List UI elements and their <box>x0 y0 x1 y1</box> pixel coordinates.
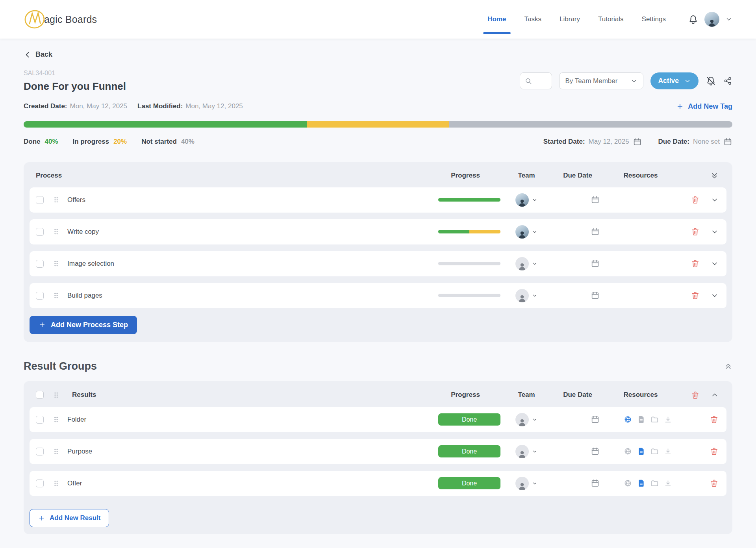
results-group-label: Results <box>63 391 428 399</box>
drag-handle-icon[interactable] <box>52 291 60 300</box>
assignee-dropdown-icon[interactable] <box>532 229 537 235</box>
assignee-dropdown-icon[interactable] <box>532 449 537 454</box>
assignee-avatar[interactable] <box>515 477 529 490</box>
globe-icon[interactable] <box>624 447 632 455</box>
due-date-calendar-icon[interactable] <box>723 137 732 146</box>
back-button[interactable]: Back <box>24 50 52 59</box>
drag-handle-icon[interactable] <box>52 479 60 487</box>
drag-handle-icon[interactable] <box>52 415 60 424</box>
collapse-section-icon[interactable] <box>724 362 732 370</box>
drag-handle-icon[interactable] <box>52 259 60 268</box>
process-row: Image selection <box>30 251 726 276</box>
delete-row-icon[interactable] <box>710 415 719 424</box>
drag-handle-icon[interactable] <box>52 196 60 204</box>
expand-row-icon[interactable] <box>711 196 719 204</box>
drag-handle-icon[interactable] <box>52 391 60 399</box>
assignee-avatar[interactable] <box>515 257 529 270</box>
add-result-button[interactable]: Add New Result <box>30 509 109 527</box>
delete-row-icon[interactable] <box>691 227 700 236</box>
due-date-calendar-icon[interactable] <box>591 447 600 456</box>
add-tag-label: Add New Tag <box>688 102 732 111</box>
row-checkbox[interactable] <box>36 196 44 204</box>
process-card: Process Progress Team Due Date Resources… <box>24 162 732 342</box>
assignee-avatar[interactable] <box>515 445 529 458</box>
team-filter-select[interactable]: By Team Member <box>559 72 643 89</box>
row-checkbox[interactable] <box>36 448 44 455</box>
due-date-calendar-icon[interactable] <box>591 415 600 424</box>
expand-row-icon[interactable] <box>711 292 719 300</box>
delete-row-icon[interactable] <box>710 447 719 456</box>
assignee-dropdown-icon[interactable] <box>532 481 537 486</box>
folder-icon[interactable] <box>650 415 659 424</box>
status-dropdown-button[interactable]: Active <box>650 72 699 89</box>
user-avatar[interactable] <box>704 12 719 27</box>
due-date-calendar-icon[interactable] <box>591 479 600 488</box>
plus-icon <box>38 515 45 522</box>
assignee-dropdown-icon[interactable] <box>532 417 537 422</box>
assignee-avatar[interactable] <box>515 225 529 239</box>
globe-icon[interactable] <box>624 415 632 424</box>
account-menu-button[interactable] <box>725 16 732 23</box>
nav-settings[interactable]: Settings <box>642 15 666 23</box>
delete-group-icon[interactable] <box>691 391 700 400</box>
assignee-avatar[interactable] <box>515 193 529 207</box>
mute-notifications-button[interactable] <box>706 76 716 86</box>
row-checkbox[interactable] <box>36 260 44 268</box>
nav-library[interactable]: Library <box>560 15 580 23</box>
row-checkbox[interactable] <box>36 416 44 424</box>
nav-tasks[interactable]: Tasks <box>524 15 541 23</box>
delete-row-icon[interactable] <box>691 259 700 268</box>
globe-icon[interactable] <box>624 479 632 487</box>
person-icon <box>517 198 527 207</box>
created-date-value: Mon, May 12, 2025 <box>70 102 128 110</box>
due-date-calendar-icon[interactable] <box>591 291 600 300</box>
nav-home[interactable]: Home <box>487 15 506 23</box>
download-icon[interactable] <box>664 415 672 424</box>
document-icon[interactable] <box>637 479 645 487</box>
row-progress-bar <box>438 262 500 265</box>
assignee-avatar[interactable] <box>515 289 529 302</box>
column-progress: Progress <box>428 172 503 180</box>
assignee-dropdown-icon[interactable] <box>532 197 537 203</box>
delete-row-icon[interactable] <box>710 479 719 488</box>
assignee-avatar[interactable] <box>515 413 529 426</box>
due-date-calendar-icon[interactable] <box>591 227 600 236</box>
group-checkbox[interactable] <box>36 391 44 399</box>
started-date-label: Started Date: <box>543 138 585 146</box>
due-date-calendar-icon[interactable] <box>591 195 600 204</box>
row-checkbox[interactable] <box>36 228 44 236</box>
delete-row-icon[interactable] <box>691 291 700 300</box>
due-date-calendar-icon[interactable] <box>591 259 600 268</box>
legend-done: Done 40% <box>24 138 58 146</box>
expand-row-icon[interactable] <box>711 228 719 236</box>
started-date-calendar-icon[interactable] <box>633 137 642 146</box>
drag-handle-icon[interactable] <box>52 447 60 455</box>
expand-row-icon[interactable] <box>711 260 719 268</box>
collapse-group-icon[interactable] <box>711 391 719 399</box>
drag-handle-icon[interactable] <box>52 228 60 236</box>
notifications-button[interactable] <box>688 14 699 25</box>
expand-all-icon[interactable] <box>710 172 719 180</box>
row-checkbox[interactable] <box>36 480 44 487</box>
document-icon[interactable] <box>637 415 645 424</box>
row-checkbox[interactable] <box>36 292 44 300</box>
share-button[interactable] <box>723 76 732 85</box>
document-icon[interactable] <box>637 447 645 455</box>
back-label: Back <box>35 50 52 59</box>
search-input[interactable] <box>532 78 547 84</box>
add-tag-button[interactable]: Add New Tag <box>676 102 732 111</box>
modified-date-label: Last Modified: <box>137 102 183 110</box>
folder-icon[interactable] <box>650 479 659 487</box>
folder-icon[interactable] <box>650 447 659 455</box>
nav-tutorials[interactable]: Tutorials <box>598 15 624 23</box>
assignee-dropdown-icon[interactable] <box>532 261 537 267</box>
download-icon[interactable] <box>664 447 672 455</box>
search-box[interactable] <box>520 72 552 89</box>
logo[interactable]: agic Boards <box>24 9 97 30</box>
download-icon[interactable] <box>664 479 672 487</box>
delete-row-icon[interactable] <box>691 195 700 204</box>
assignee-dropdown-icon[interactable] <box>532 293 537 298</box>
add-process-step-button[interactable]: Add New Process Step <box>30 316 137 334</box>
team-filter-value: By Team Member <box>565 77 617 85</box>
column-due-date: Due Date <box>550 172 605 180</box>
